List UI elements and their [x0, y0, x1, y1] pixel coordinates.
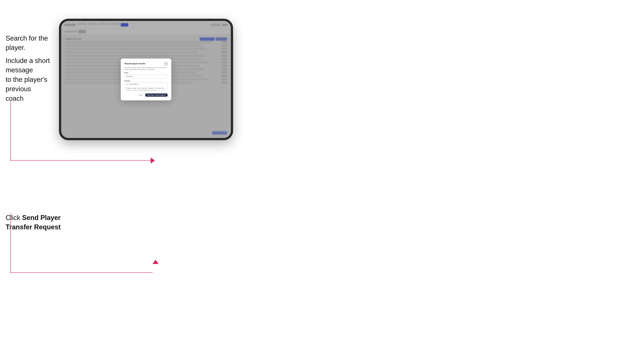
request-transfer-modal: Request player transfer × If the player …: [121, 58, 171, 101]
arrow-line-horizontal-1: [10, 160, 152, 161]
modal-description: If the player is transferring from anoth…: [124, 67, 168, 70]
annotation-click: Click Send Player Transfer Request: [6, 213, 69, 232]
arrow-line-horizontal-2: [10, 272, 152, 273]
arrow-head-1: [151, 158, 155, 164]
player-input[interactable]: [124, 74, 168, 78]
tablet-screen: Update Roster: [61, 21, 231, 138]
annotation-search: Search for the player.: [6, 34, 58, 52]
player-label: Player: [124, 72, 168, 73]
modal-footer: Cancel Send Player Transfer Request: [124, 93, 168, 97]
modal-title-row: Request player transfer ×: [124, 62, 168, 65]
arrow-line-vertical-1: [10, 101, 11, 161]
modal-title: Request player transfer: [124, 63, 146, 65]
modal-overlay: Request player transfer × If the player …: [61, 21, 231, 138]
arrow-head-2: [152, 260, 158, 264]
arrow-line-vertical-2: [10, 213, 11, 273]
message-label: Message: [124, 80, 168, 81]
cancel-button[interactable]: Cancel: [137, 93, 144, 97]
send-transfer-request-button[interactable]: Send Player Transfer Request: [145, 93, 168, 97]
tablet-device: Update Roster: [59, 19, 233, 140]
modal-close-button[interactable]: ×: [164, 62, 168, 65]
message-textarea[interactable]: Hi Coach McHarg, Please accept this tran…: [124, 82, 168, 90]
